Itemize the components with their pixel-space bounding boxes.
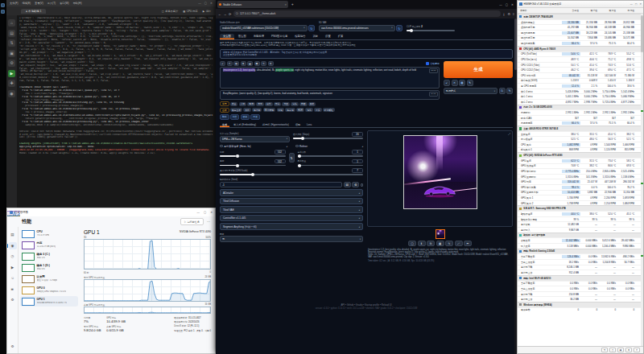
sensor-row[interactable]: 虚拟内存提交24,580 MB21,334 MB28,966 MB24,812 … [518,19,643,25]
sensor-row[interactable]: GPU 风扇 11,746 RPM0 RPM2,230 RPM1,693 RPM [518,195,643,200]
sensor-row[interactable]: 读取速率12.402 MB/s0.000 MB/s3,412.6 MB/s28.… [518,237,643,243]
fullscreen-icon[interactable]: ⤢ [508,133,510,136]
output-action-button[interactable]: ➦ [464,241,472,246]
prompt-chip[interactable]: 环境 [274,102,282,106]
window-control[interactable]: — [499,3,502,6]
sensor-row[interactable]: CPU Die (平均)48.9 °C40.6 °C71.2 °C49.8 °C [518,56,643,62]
clip-skip-slider[interactable] [407,30,455,31]
prompt-chip[interactable]: 锐化 [305,108,313,112]
hires-fix-checkbox[interactable]: 高分辨率修复 (Hires. fix)◂ [220,145,287,148]
menu-item[interactable]: 文件(F) [10,2,18,5]
terminal-tab[interactable]: ● 本地终端 1 [21,9,46,14]
perf-item-CPU[interactable]: CPU7% 3.79 GHz [20,228,78,239]
browser-toolbar-icon[interactable]: ≡ [513,12,514,16]
vae-dropdown[interactable]: vae-ft-mse-840000-ema-pruned.safetensors… [319,25,395,31]
close-tab-icon[interactable]: ✕ [284,3,287,6]
prompt-chip[interactable]: 最高画质 [230,108,242,112]
generated-image[interactable] [403,135,477,209]
window-control[interactable]: ✕ [639,2,642,6]
chip-control-button[interactable]: 翻译 [220,114,229,120]
refresh-checkpoint-button[interactable]: ↻ [308,25,315,31]
sensor-row[interactable]: 总计已下载214.8 MB——— [518,291,643,297]
hwinfo-scrollbar[interactable] [641,14,644,346]
sensor-row[interactable]: 总 CPU 使用率12.4 %2.1 %100.0 %18.6 % [518,83,643,88]
url-bar[interactable]: ⓘ 127.0.0.1:7860/?__theme=dark [233,10,501,17]
window-control[interactable]: — [197,211,200,214]
nav-services[interactable]: ⚙ [9,296,17,303]
sd-subtab-2[interactable]: 超网络 (Hypernetworks) [260,122,291,127]
menu-item[interactable]: 帮助(H) [73,2,82,5]
output-action-button[interactable]: ⤢ [455,241,463,246]
sensor-row[interactable]: CPU (Tctl/Tdie)54.6 °C42.1 °C78.9 °C55.2… [518,51,643,57]
sensor-group-header[interactable]: CPU [#0]: AMD Ryzen 9 7950X [518,46,643,51]
prompt-tool-button[interactable]: ⧉ [241,61,246,66]
sensor-row[interactable]: 物理内存负载66.0 %57.0 %75.5 %66.4 % [518,40,643,46]
sensor-row[interactable]: 错误总数0000 [518,307,643,313]
prompt-chip[interactable]: 动作 [265,102,273,106]
prompt-chip[interactable]: 写实 [277,108,285,112]
sensor-row[interactable]: 当前上传速率0.0 KB/s0.0 KB/s0.0 KB/s0.0 KB/s [518,286,643,291]
desktop-icon[interactable] [1,3,5,7]
styles-button[interactable]: ✎ [506,88,513,94]
perf-item-GPU 1[interactable]: GPU 1NVIDIA GeForce RTX 4090 7% [20,296,78,307]
prompt-chip[interactable]: 人物 [239,102,247,106]
sensor-row[interactable]: 核心 2 时钟4,892.7 MHz2,998.7 MHz5,723.4 MHz… [518,99,643,105]
transfer-icon[interactable]: ⇅ [8,39,15,47]
chip-control-button[interactable]: 清空 [230,114,240,120]
sd-subtab-0[interactable]: 生成 [220,122,229,127]
status-button[interactable]: ▦ [617,348,624,352]
toolbar-button[interactable]: ▶运行 [203,10,211,13]
sensor-row[interactable]: 核心 0 时钟5,426.8 MHz3,000.2 MHz5,750.0 MHz… [518,88,643,94]
cfg-input[interactable]: 7 [352,168,363,173]
window-control[interactable]: — [198,2,201,5]
browser-tab[interactable]: Stable Diffusion ✕ [217,1,288,8]
prompt-chip[interactable]: HDR [296,108,304,112]
perf-item-GPU 0[interactable]: GPU 0Intel(R) UHD Graphics 770 0% [20,285,78,295]
more-menu-button[interactable]: ⋯ [207,220,210,224]
sensor-row[interactable]: 虚拟内存可用41,292 MB36,906 MB44,538 MB40,966 … [518,24,643,30]
prompt-chip[interactable]: 电影感 [285,108,295,112]
sd-tab-5[interactable]: 训练 [310,34,322,39]
height-input[interactable]: 512 [275,159,286,164]
prompt-tool-button[interactable]: ▦ [233,61,239,66]
menu-item[interactable]: 编辑(E) [22,2,31,5]
reuse-seed-button[interactable]: ♻ [352,182,359,187]
generate-utility-button[interactable]: ↙ [444,80,450,86]
add-icon[interactable]: ✚ [8,80,15,87]
sensor-group-header[interactable]: Windows 硬件错误 (WHEA) [518,302,643,307]
prompt-chip[interactable]: 杰作 [243,108,251,112]
sensor-group-header[interactable]: 网络: Intel Wi-Fi 6E AX210 [518,275,643,281]
prompt-tool-button[interactable]: ▣ [254,61,260,66]
output-action-button[interactable]: ⧉ [427,241,435,246]
batch-count-input[interactable]: 1 [352,150,363,154]
sensor-group-header[interactable]: 内存: 2 x 16 GB DDR5-6000 [518,105,643,110]
sensor-row[interactable]: CPU 封装功率68.442 W35.118 W142.506 W71.380 … [518,72,643,78]
sensor-row[interactable]: 内存时钟2,992.1 MHz2,992.1 MHz2,992.1 MHz2,9… [518,109,643,115]
sensor-row[interactable]: 当前下载速率0.0 KB/s0.0 KB/s0.0 KB/s0.0 KB/s [518,281,643,286]
window-control[interactable]: ▢ [635,2,638,6]
batch-size-input[interactable]: 1 [352,159,363,164]
sd-tab-0[interactable]: 文生图 [220,34,234,39]
window-control[interactable]: ▢ [204,2,207,5]
sensor-row[interactable]: 写入速率3.118 MB/s0.000 MB/s1,206.4 MB/s9.88… [518,243,643,249]
sensor-row[interactable]: GPU 温度62.3 °C31.5 °C73.4 °C58.1 °C [518,158,643,163]
perf-item-以太网[interactable]: 以太网发送: 0 接收: 72 Kbps [20,274,78,284]
sampler-dropdown[interactable]: DPM++ 2M Karras▾ [220,136,290,142]
prompt-chip[interactable]: 超详细 [252,108,262,112]
window-control[interactable]: ▢ [506,3,508,6]
sd-subtab-3[interactable]: 模型 [293,122,303,127]
nav-users[interactable]: ☺ [9,274,17,282]
accordion-tiled-vae[interactable]: Tiled VAE◂ [220,206,363,213]
sessions-icon[interactable]: ▤ [8,30,15,37]
sensor-row[interactable]: 驱动器温度44.0 °C38.0 °C52.0 °C45.1 °C [518,211,643,216]
sd-tab-4[interactable]: 模型融合 [291,34,308,39]
nav-performance[interactable]: ◉ [9,242,17,249]
prompt-textarea[interactable]: (masterpiece:1.2), best quality, ultra-d… [220,67,440,88]
gallery-thumbnail[interactable] [436,229,445,239]
prompt-chip[interactable]: 胶片颗粒 [323,108,335,112]
refresh-vae-button[interactable]: ↻ [396,25,402,31]
sensor-row[interactable]: GPU 核心时钟2,775.0 MHz210.0 MHz2,805.0 MHz2… [518,168,643,174]
accordion-controlnet-v1-1-445[interactable]: ControlNet v1.1.445◂ [220,215,363,222]
sensor-row[interactable]: 驱动器剩余寿命99 %99 %99 %99 % [518,216,643,222]
sensor-row[interactable]: CPU 风扇1,082 RPM0 RPM1,544 RPM1,066 RPM [518,142,643,147]
